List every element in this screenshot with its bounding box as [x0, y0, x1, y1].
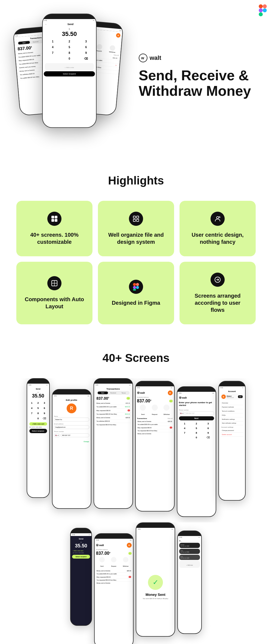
user-flows-icon: [211, 273, 225, 287]
main-tx-list: Money sent to Dominic-$35.34 You added $…: [95, 402, 131, 426]
phone-entry-brand: ⓦ walt: [179, 396, 214, 400]
phone-cards: 9:41▪▪ P... Master •••• •••• •••• 4242 V…: [177, 531, 202, 634]
flag-select[interactable]: 🇺🇸+1: [54, 433, 60, 437]
phone-entry-flag[interactable]: 🇺🇸 +1: [179, 411, 185, 415]
svg-rect-12: [137, 216, 139, 218]
action-request-home2[interactable]: Request: [111, 557, 116, 568]
key-9[interactable]: 9: [78, 50, 94, 56]
checkmark-icon: ✓: [148, 575, 163, 590]
key-2[interactable]: 2: [61, 39, 78, 44]
entry-key-4[interactable]: 4: [179, 426, 190, 430]
screens-icon: [47, 212, 61, 226]
account-menu-payment[interactable]: Payment methods: [220, 405, 244, 409]
auto-layout-icon: [47, 276, 61, 290]
highlight-text-flows: Screens arranged according to user flows: [188, 292, 248, 313]
add-new-card-btn[interactable]: + Add new: [186, 564, 193, 566]
key-0[interactable]: 0: [61, 56, 78, 61]
entry-key-1[interactable]: 1: [179, 421, 190, 426]
svg-rect-22: [136, 283, 139, 286]
entry-key-9[interactable]: 9: [202, 431, 214, 435]
add-new-card[interactable]: + Add a new card: [72, 550, 90, 551]
tx-header-main: Transactions: [95, 388, 131, 390]
cards-header: P...: [179, 540, 200, 542]
action-request-home[interactable]: Request: [152, 405, 158, 416]
action-send-home[interactable]: Send: [140, 405, 146, 416]
entry-key-5[interactable]: 5: [191, 426, 202, 430]
organize-icon: [129, 212, 143, 226]
highlight-text-screens: 40+ screens. 100% customizable: [24, 231, 84, 245]
figma-design-icon: [129, 280, 143, 294]
key-5[interactable]: 5: [61, 44, 78, 50]
phone-send-dark-2: 9:41▪▪ Send $ 35.50 + Add a new card 307…: [70, 528, 92, 626]
phone-entry-input[interactable]: 900 918 7137: [185, 411, 214, 415]
select-recipient-btn[interactable]: Select recipient: [44, 71, 95, 76]
key-3[interactable]: 3: [78, 39, 94, 44]
signal-front: ▪▪▪: [93, 20, 94, 21]
hero-phones: 9:41 ▪▪▪ ← Transactions Sent Received To…: [11, 11, 128, 141]
main-balance-btn[interactable]: ↕: [126, 397, 130, 400]
key-7[interactable]: 7: [44, 50, 61, 56]
action-request-right[interactable]: Request: [96, 44, 103, 52]
svg-rect-7: [51, 216, 54, 218]
next-btn[interactable]: Next: [179, 416, 214, 420]
change-btn[interactable]: Change: [84, 441, 89, 442]
tab-received-left[interactable]: Received: [30, 40, 41, 44]
entry-key-6[interactable]: 6: [202, 426, 214, 430]
entry-key-3[interactable]: 3: [202, 421, 214, 426]
account-menu-delete[interactable]: Delete account: [220, 433, 244, 437]
phone-input[interactable]: 909 918 7137: [61, 433, 89, 437]
svg-rect-1: [263, 4, 267, 8]
avatar-home2: R: [127, 543, 132, 548]
account-menu-faqs[interactable]: FAQs: [220, 413, 244, 417]
action-withdraw-right[interactable]: Withdraw: [109, 45, 116, 53]
add-note[interactable]: + Add a note: [65, 67, 74, 68]
currency-label: $: [43, 28, 96, 30]
account-menu-notifications[interactable]: Notification settings: [220, 417, 244, 421]
edit-btn[interactable]: Edit: [238, 395, 243, 398]
account-menu-terms[interactable]: Terms & conditions: [220, 409, 244, 413]
account-menu-password[interactable]: Change password: [220, 429, 244, 433]
entry-key-8[interactable]: 8: [191, 431, 202, 435]
key-6[interactable]: 6: [78, 44, 94, 50]
tab-sent-main[interactable]: Sent: [98, 392, 108, 394]
balance-left: 837.00$: [17, 45, 32, 52]
user-centric-icon: [211, 212, 225, 226]
entry-key-0[interactable]: 0: [191, 435, 202, 440]
select-recipient-dark[interactable]: Select recipient: [72, 555, 90, 559]
phone-transactions: 9:41▪▪▪ Transactions Sent Received Top-u…: [94, 378, 133, 509]
highlight-card-organize: Well organize file and design system: [98, 201, 174, 256]
send-header-front: Send: [67, 23, 73, 26]
walt-logo-icon: w: [139, 54, 147, 62]
entry-key-del[interactable]: ⌫: [202, 435, 214, 440]
key-8[interactable]: 8: [61, 50, 78, 56]
svg-rect-13: [133, 219, 135, 221]
tab-topup-main[interactable]: Top-up: [118, 392, 129, 394]
account-menu-style-notif[interactable]: Style notification settings: [220, 421, 244, 425]
home-view-all[interactable]: View all: [168, 418, 173, 419]
tab-received-main[interactable]: Received: [108, 392, 118, 394]
entry-key-2[interactable]: 2: [191, 421, 202, 426]
entry-key-7[interactable]: 7: [179, 431, 190, 435]
view-all-right[interactable]: View all: [113, 54, 119, 56]
key-4[interactable]: 4: [44, 44, 61, 50]
your-account-label: Your account: [227, 397, 234, 398]
home-balance-toggle[interactable]: ↕: [169, 400, 173, 402]
email-input[interactable]: foxg@gmail.com: [54, 425, 89, 429]
email-label: Email address: [54, 423, 89, 425]
name-input[interactable]: Robert Fox: [54, 418, 89, 421]
account-menu-overview[interactable]: Overview: [220, 401, 244, 405]
action-withdraw-home2[interactable]: Withdraw: [123, 557, 128, 568]
phone-walt-home-2: 9:41▪▪▪ ⓦ walt R Available balance 837.0…: [94, 533, 134, 644]
time-left: 9:41: [15, 35, 18, 37]
key-dot[interactable]: [44, 56, 61, 61]
account-header: Account: [220, 390, 244, 392]
action-send-home2[interactable]: Send: [99, 557, 105, 568]
key-1[interactable]: 1: [44, 39, 61, 44]
home2-balance-btn[interactable]: ↕: [128, 552, 132, 555]
account-settings-label: Account settings: [220, 425, 244, 429]
action-withdraw-home[interactable]: Withdraw: [163, 405, 170, 416]
tab-sent-left[interactable]: Sent: [18, 41, 30, 45]
highlight-text-layout: Components with Auto Layout: [24, 296, 84, 310]
svg-rect-0: [259, 4, 263, 8]
key-del[interactable]: ⌫: [78, 56, 94, 61]
